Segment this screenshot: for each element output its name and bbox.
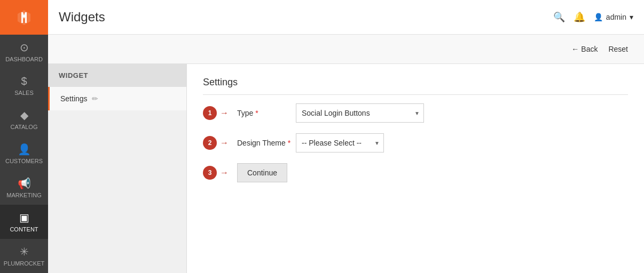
sidebar-item-label: CATALOG	[11, 124, 38, 130]
edit-icon[interactable]: ✏	[92, 94, 98, 103]
back-button[interactable]: ← Back	[571, 45, 598, 53]
dashboard-icon: ⊙	[20, 41, 29, 54]
notifications-icon[interactable]: 🔔	[574, 11, 585, 23]
type-select-wrapper: Social Login Buttons CMS Static Block CM…	[296, 103, 424, 123]
section-title: Settings	[203, 77, 628, 95]
plumrocket-icon: ✳	[20, 245, 29, 258]
sidebar-item-dashboard[interactable]: ⊙ DASHBOARD	[0, 35, 48, 69]
admin-user-menu[interactable]: 👤 admin ▾	[594, 13, 633, 21]
sidebar-item-customers[interactable]: 👤 CUSTOMERS	[0, 136, 48, 171]
left-panel-settings-item[interactable]: Settings ✏	[48, 87, 186, 110]
sidebar-item-sales[interactable]: $ SALES	[0, 69, 48, 102]
sidebar-item-label: MARKETING	[6, 192, 41, 198]
sidebar-item-label: PLUMROCKET	[4, 260, 44, 267]
design-theme-select-wrapper: -- Please Select --	[296, 133, 384, 152]
reset-button[interactable]: Reset	[608, 45, 628, 53]
form-row-design-theme: 2 → Design Theme * -- Please Select --	[203, 133, 628, 152]
required-star-1: *	[255, 109, 258, 117]
type-field-control: Social Login Buttons CMS Static Block CM…	[296, 103, 424, 123]
type-select[interactable]: Social Login Buttons CMS Static Block CM…	[296, 103, 424, 123]
arrow-left-icon: ←	[571, 45, 579, 53]
type-label: Type *	[237, 109, 296, 117]
step-badge-2: 2	[203, 136, 217, 150]
form-row-type: 1 → Type * Social Login Buttons CMS Stat…	[203, 103, 628, 123]
content-area: WIDGET Settings ✏ Settings 1 → Type *	[48, 64, 644, 273]
right-panel: Settings 1 → Type * Social Login Buttons…	[187, 64, 644, 273]
magento-logo-icon	[13, 7, 35, 28]
sidebar-item-label: CONTENT	[10, 226, 38, 232]
arrow-icon-1: →	[220, 108, 229, 118]
admin-label: admin	[606, 13, 626, 21]
catalog-icon: ◆	[20, 109, 28, 122]
design-theme-field-control: -- Please Select --	[296, 133, 384, 152]
arrow-icon-3: →	[220, 168, 229, 178]
topbar-actions: 🔍 🔔 👤 admin ▾	[553, 11, 633, 23]
form-row-continue: 3 → Continue	[203, 163, 628, 182]
search-icon[interactable]: 🔍	[553, 11, 565, 23]
customers-icon: 👤	[18, 143, 31, 156]
sidebar-item-label: DASHBOARD	[5, 56, 43, 62]
logo	[0, 0, 48, 35]
chevron-down-icon: ▾	[630, 13, 633, 21]
design-theme-label: Design Theme *	[237, 139, 296, 147]
sidebar: ⊙ DASHBOARD $ SALES ◆ CATALOG 👤 CUSTOMER…	[0, 0, 48, 273]
arrow-icon-2: →	[220, 138, 229, 148]
step-badge-1: 1	[203, 106, 217, 120]
sidebar-item-content[interactable]: ▣ CONTENT	[0, 205, 48, 239]
left-panel-header: WIDGET	[48, 64, 186, 87]
sidebar-item-plumrocket[interactable]: ✳ PLUMROCKET	[0, 239, 48, 273]
required-star-2: *	[288, 139, 290, 147]
page-title: Widgets	[59, 10, 105, 25]
continue-button[interactable]: Continue	[237, 163, 287, 182]
left-panel: WIDGET Settings ✏	[48, 64, 187, 273]
sales-icon: $	[21, 75, 27, 87]
settings-item-label: Settings	[60, 94, 88, 103]
sidebar-item-label: SALES	[14, 90, 33, 96]
sidebar-item-catalog[interactable]: ◆ CATALOG	[0, 102, 48, 136]
content-icon: ▣	[19, 211, 29, 224]
step-badge-3: 3	[203, 166, 217, 180]
topbar: Widgets 🔍 🔔 👤 admin ▾	[48, 0, 644, 35]
main-area: Widgets 🔍 🔔 👤 admin ▾ ← Back Reset WIDGE…	[48, 0, 644, 273]
sidebar-item-label: CUSTOMERS	[5, 158, 43, 164]
sidebar-item-marketing[interactable]: 📢 MARKETING	[0, 171, 48, 205]
marketing-icon: 📢	[18, 177, 31, 190]
user-icon: 👤	[594, 13, 603, 21]
design-theme-select[interactable]: -- Please Select --	[296, 133, 384, 152]
subtoolbar: ← Back Reset	[48, 35, 644, 64]
